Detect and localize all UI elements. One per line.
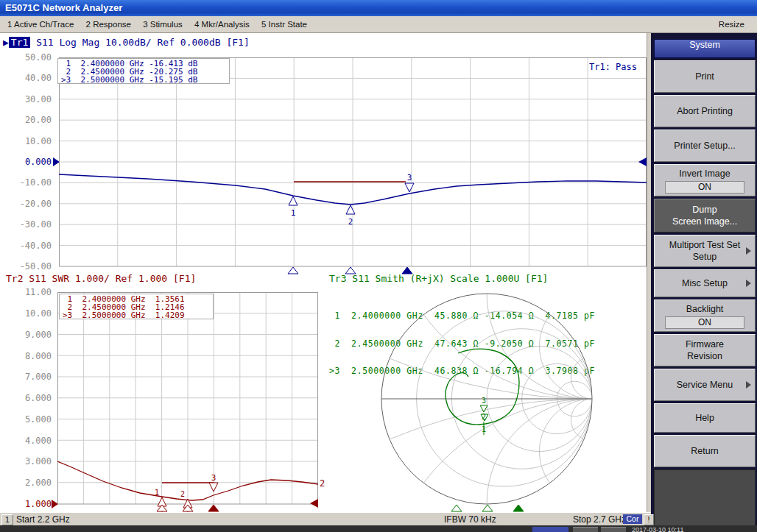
instrument-screen: E5071C Network Analyzer 1 Active Ch/Trac… [0, 0, 757, 532]
tr1-marker-row: >3 2.5000000 GHz -15.195 dB [58, 77, 229, 85]
menu-stimulus[interactable]: 3 Stimulus [141, 16, 184, 33]
tr2-ref-level: 1.000 [0, 499, 52, 509]
taskbar-box [601, 527, 626, 532]
tr2-marker3-id: 3 [211, 473, 216, 483]
tr3-stimulus-marker2-icon [482, 505, 493, 511]
tr2-ytick: 6.000 [0, 393, 52, 403]
menu-mkr-analysis[interactable]: 4 Mkr/Analysis [193, 16, 251, 33]
tr2-ytick: 5.000 [0, 414, 52, 425]
smith-grid [372, 291, 600, 519]
tr1-limit-test-result: Tr1: Pass [589, 62, 637, 72]
active-trace-arrow-icon: ▶ [3, 37, 9, 48]
start-frequency: Start 2.2 GHz [16, 514, 70, 525]
tr2-swr-plot: 1 2 3 [57, 292, 318, 522]
invert-image-button[interactable]: Invert Image ON [654, 164, 756, 196]
backlight-button[interactable]: Backlight ON [654, 299, 756, 332]
softkey-menu-title: System [654, 39, 756, 58]
tr2-ytick: 3.000 [0, 456, 52, 467]
tr2-marker-table: 1 2.4000000 GHz 1.3561 2 2.4500000 GHz 1… [59, 294, 214, 319]
ifbw-readout: IFBW 70 kHz [444, 514, 496, 525]
tr2-ytick: 11.00 [0, 287, 52, 297]
invert-image-toggle[interactable]: ON [665, 181, 744, 194]
multiport-test-set-setup-button[interactable]: Multiport Test Set Setup [654, 235, 756, 267]
service-menu-button[interactable]: Service Menu [654, 369, 756, 401]
tr3-marker3-id: 3 [482, 397, 486, 405]
tr2-ytick: 7.000 [0, 372, 52, 382]
correction-status-badge: Cor [623, 514, 642, 524]
status-bar: 1 Start 2.2 GHz IFBW 70 kHz Stop 2.7 GHz… [0, 512, 651, 525]
menu-response[interactable]: 2 Response [85, 16, 133, 33]
tr2-ytick: 2.000 [0, 478, 52, 488]
menu-bar: 1 Active Ch/Trace 2 Response 3 Stimulus … [0, 16, 757, 33]
tr1-marker3-id: 3 [407, 173, 412, 182]
tr2-marker-row: >3 2.5000000 GHz 1.4209 [60, 312, 213, 320]
tr3-stimulus-marker1-icon [451, 505, 462, 511]
tr1-header: ▶Tr1 S11 Log Mag 10.00dB/ Ref 0.000dB [F… [3, 37, 250, 48]
misc-setup-button[interactable]: Misc Setup [654, 269, 756, 297]
return-button[interactable]: Return [654, 435, 756, 467]
tr1-marker3-icon [405, 183, 414, 192]
print-button[interactable]: Print [654, 60, 756, 93]
tr1-ytick: 50.00 [0, 52, 52, 63]
channel-indicator: 1 [1, 514, 13, 525]
tr1-label[interactable]: Tr1 [9, 37, 30, 48]
tr2-trace-number: 2 [320, 478, 325, 489]
window-title: E5071C Network Analyzer [5, 2, 122, 13]
menu-instr-state[interactable]: 5 Instr State [260, 16, 309, 33]
tr3-smith-chart: 3 2 1 [372, 291, 600, 519]
tr3-stimulus-marker3-icon [513, 505, 524, 511]
tr3-marker3-icon [480, 405, 487, 412]
title-bar: E5071C Network Analyzer [0, 0, 757, 16]
tr1-marker-table: 1 2.4000000 GHz -16.413 dB 2 2.4500000 G… [57, 58, 230, 84]
menu-active-ch-trace[interactable]: 1 Active Ch/Trace [6, 16, 75, 33]
taskbar-active-box [532, 527, 568, 532]
tr3-header: Tr3 S11 Smith (R+jX) Scale 1.000U [F1] [329, 273, 548, 284]
tr1-marker2-icon [346, 205, 355, 214]
submenu-arrow-icon [746, 381, 751, 389]
tr2-marker1-id: 1 [155, 489, 159, 497]
stop-frequency: Stop 2.7 GHz [573, 514, 626, 525]
tr1-marker1-id: 1 [291, 208, 296, 218]
submenu-arrow-icon [746, 280, 751, 287]
tr1-ytick: 30.00 [0, 94, 52, 104]
tr1-marker2-id: 2 [348, 217, 353, 227]
backlight-toggle[interactable]: ON [665, 316, 744, 329]
softkey-empty-panel [654, 469, 756, 531]
warning-indicator: ! [644, 514, 654, 525]
tr2-marker2-id: 2 [180, 490, 185, 498]
tr1-ref-level: 0.000 [0, 157, 52, 167]
tr1-ytick: 10.00 [0, 136, 52, 146]
taskbar-box [573, 527, 598, 532]
tr2-ytick: 8.000 [0, 351, 52, 361]
tr1-ref-right-icon [638, 157, 647, 166]
tr1-ytick: -40.00 [0, 241, 52, 251]
bottom-taskbar-strip: 2017-03-10 10:11 [0, 525, 757, 532]
help-button[interactable]: Help [654, 403, 756, 433]
menu-resize[interactable]: Resize [717, 16, 746, 33]
tr3-marker1-id: 1 [482, 425, 486, 433]
tr1-ytick: -50.00 [0, 261, 52, 272]
submenu-arrow-icon [746, 247, 751, 255]
tr2-header: Tr2 S11 SWR 1.000/ Ref 1.000 [F1] [6, 273, 196, 284]
abort-printing-button[interactable]: Abort Printing [654, 95, 756, 127]
dump-screen-image-button[interactable]: Dump Screen Image... [654, 199, 756, 233]
tr1-ytick: -20.00 [0, 199, 52, 209]
tr2-marker3-icon [209, 483, 218, 492]
tr2-ytick: 10.00 [0, 308, 52, 319]
tr1-ytick: 20.00 [0, 115, 52, 125]
tr2-ref-right-icon [310, 499, 318, 508]
tr1-marker1-icon [289, 196, 297, 205]
firmware-revision-button[interactable]: Firmware Revision [654, 334, 756, 366]
tr1-header-text: S11 Log Mag 10.00dB/ Ref 0.000dB [F1] [30, 37, 249, 48]
tr1-log-mag-plot: 1 2 3 [59, 57, 647, 278]
tr1-ytick: 40.00 [0, 73, 52, 83]
tr1-ytick: -10.00 [0, 177, 52, 188]
tr1-stimulus-marker1-icon [288, 267, 298, 274]
tr1-ytick: -30.00 [0, 219, 52, 230]
printer-setup-button[interactable]: Printer Setup... [654, 130, 756, 162]
softkey-sidebar: System Print Abort Printing Printer Setu… [651, 33, 757, 532]
tr2-ytick: 9.000 [0, 330, 52, 340]
tr2-stimulus-marker3-icon [208, 505, 219, 511]
tr2-ytick: 4.000 [0, 436, 52, 446]
system-clock: 2017-03-10 10:11 [632, 526, 683, 532]
